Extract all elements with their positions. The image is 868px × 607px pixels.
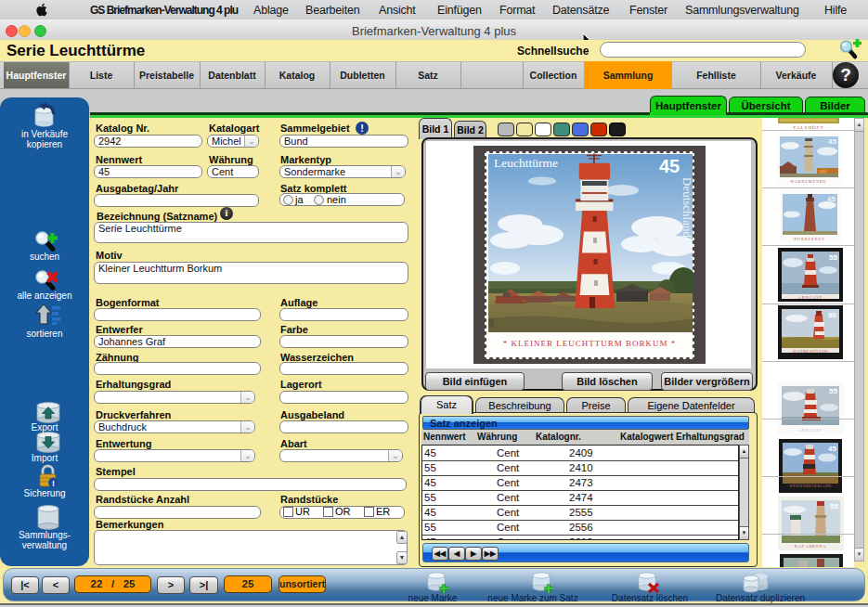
svg-text:2012: 2012 — [489, 317, 494, 328]
svg-text:45: 45 — [828, 445, 836, 453]
svg-text:·WARNEMÜNDE·: ·WARNEMÜNDE· — [788, 179, 829, 184]
svg-text:·FALSHÖFT·: ·FALSHÖFT· — [791, 125, 826, 130]
svg-text:·NORDERNEY·: ·NORDERNEY· — [792, 237, 827, 241]
svg-text:!: ! — [52, 479, 55, 488]
svg-text:45: 45 — [828, 137, 836, 146]
svg-text:55: 55 — [830, 502, 838, 510]
svg-text:·ARNGAST·: ·ARNGAST· — [797, 295, 825, 300]
svg-text:·DAHMESHÖVED·: ·DAHMESHÖVED· — [791, 349, 829, 354]
svg-text:55: 55 — [829, 253, 837, 262]
svg-text:·ARNGAST·: ·ARNGAST· — [797, 428, 825, 433]
svg-text:55: 55 — [829, 387, 837, 395]
svg-text:* KLEINER LEUCHTTURM BORKUM *: * KLEINER LEUCHTTURM BORKUM * — [503, 339, 677, 348]
svg-text:Leuchttürme: Leuchttürme — [494, 156, 558, 170]
svg-text:·WESTERHEVERSAND·: ·WESTERHEVERSAND· — [788, 484, 834, 488]
svg-text:45: 45 — [659, 156, 680, 176]
svg-text:·KAP ARKONA·: ·KAP ARKONA· — [793, 544, 828, 549]
svg-text:90: 90 — [828, 311, 836, 319]
svg-text:45: 45 — [827, 195, 836, 203]
